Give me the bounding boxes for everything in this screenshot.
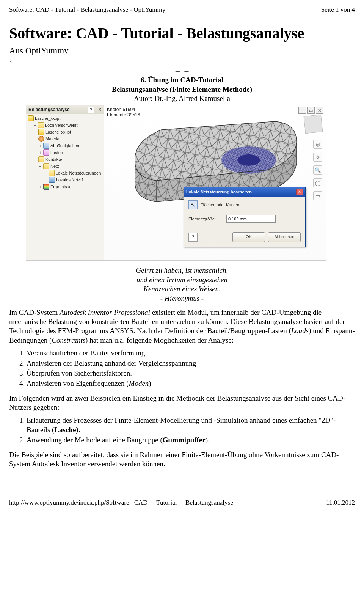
header-right: Seite 1 von 4 [321,6,355,14]
list-item: Überprüfen von Sicherheitsfaktoren. [27,369,355,378]
quote-attrib: - Hieronymus - [160,294,204,302]
nodes-value: 61694 [122,107,135,112]
nodes-label: Knoten: [107,107,122,112]
selection-label: Flächen oder Kanten [201,203,239,207]
quote-line-3: Kennzeichen eines Weisen. [143,285,221,293]
local-mesh-dialog: Lokale Netzsteuerung bearbeiten × ↖ Fläc… [184,187,306,247]
zoom-icon[interactable]: 🔍 [313,165,322,175]
page-title: Software: CAD - Tutorial - Belastungsana… [9,24,355,42]
svg-point-2 [237,154,260,166]
folder-icon [43,163,49,169]
nav-wheel-icon[interactable]: ◎ [313,140,322,149]
element-size-input[interactable] [226,215,276,223]
tree-weld[interactable]: Loch verschweißt [45,122,78,129]
pan-icon[interactable]: ✥ [313,153,322,162]
look-at-icon[interactable]: ▭ [313,191,322,200]
nav-toolbar: ◎ ✥ 🔍 ◯ ▭ [313,140,323,200]
browser-panel: Belastungsanalyse × ? Lasche_xx.ipt −Loc… [26,105,104,260]
author-name[interactable]: Dr.-Ing. Alfred Kamusella [154,94,230,102]
dialog-title: Lokale Netzsteuerung bearbeiten [186,190,252,194]
dialog-close-icon[interactable]: × [296,189,303,195]
list-item: Anwendung der Methode auf eine Baugruppe… [27,435,355,445]
nav-prev-next[interactable]: ← → [9,67,355,75]
ok-button[interactable]: OK [232,232,265,242]
intro-paragraph: Im CAD-System Autodesk Inventor Professi… [9,308,355,345]
viewcube[interactable] [304,115,323,134]
load-icon [43,149,49,156]
cancel-button[interactable]: Abbrechen [268,232,301,242]
footer-date: 11.01.2012 [326,499,355,506]
closing-paragraph: Die Beispiele sind so aufbereitet, dass … [9,450,355,469]
tree-constraints[interactable]: Abhängigkeiten [50,142,79,149]
tree-contacts[interactable]: Kontakte [46,156,62,163]
tree-material[interactable]: Material [46,135,60,142]
tree-local-mesh-1[interactable]: Lokales Netz:1 [56,176,84,183]
screenshot-figure: Belastungsanalyse × ? Lasche_xx.ipt −Loc… [26,105,326,261]
element-size-label: Elementgröße: [188,217,223,221]
panel-help-icon[interactable]: ? [88,107,94,113]
selection-tool-button[interactable]: ↖ [188,200,198,209]
material-icon [38,136,44,142]
folder-icon [38,156,44,162]
results-icon [43,184,49,190]
model-tree[interactable]: Lasche_xx.ipt −Loch verschweißt Lasche_x… [26,114,104,190]
constraint-icon [43,143,49,149]
analysis-options-list: Veranschaulichen der Bauteilverformung A… [9,349,355,388]
tree-local-mesh-controls[interactable]: Lokale Netzsteuerungen [56,170,101,176]
tree-mesh[interactable]: Netz [50,163,59,170]
orbit-icon[interactable]: ◯ [313,178,322,187]
exercise-title: 6. Übung im CAD-Tutorial [141,76,223,84]
exercise-subtitle: Belastungsanalyse (Finite Elemente Metho… [112,85,252,93]
graphics-canvas[interactable]: Knoten:61694 Elemente:39516 — ▭ ✕ ◎ ✥ 🔍 … [104,105,326,260]
part-icon [28,115,34,121]
quote-line-2: und einen Irrtum einzugestehen [136,276,228,284]
header-left: Software: CAD - Tutorial - Belastungsana… [9,6,165,14]
tree-part[interactable]: Lasche_xx.ipt [46,129,71,135]
examples-intro: Im Folgenden wird an zwei Beispielen ein… [9,394,355,412]
examples-list: Erläuterung des Prozesses der Finite-Ele… [9,416,355,445]
dialog-help-button[interactable]: ? [188,233,198,242]
author-label: Autor: [134,94,154,102]
panel-close-icon[interactable]: × [99,105,101,114]
list-item: Analysieren von Eigenfrequenzen (Moden) [27,379,355,388]
tree-results[interactable]: Ergebnisse [50,183,71,190]
footer-url: http://www.optiyummy.de/index.php/Softwa… [9,499,233,506]
list-item: Erläuterung des Prozesses der Finite-Ele… [27,416,355,434]
window-minimize-icon[interactable]: — [298,107,306,114]
folder-icon [38,122,44,128]
nav-up-link[interactable]: ↑ [9,59,355,67]
window-maximize-icon[interactable]: ▭ [307,107,315,114]
list-item: Analysieren der Belastung anhand der Ver… [27,359,355,368]
local-mesh-icon [49,177,55,183]
quote-line-1: Geirrt zu haben, ist menschlich, [136,266,228,274]
tree-loads[interactable]: Lasten [50,149,63,156]
folder-icon [49,170,55,176]
tree-root[interactable]: Lasche_xx.ipt [35,115,60,122]
subtitle: Aus OptiYummy [9,46,355,56]
list-item: Veranschaulichen der Bauteilverformung [27,349,355,358]
part-icon [38,129,44,135]
window-close-icon[interactable]: ✕ [316,107,323,114]
browser-panel-title[interactable]: Belastungsanalyse [28,105,70,114]
